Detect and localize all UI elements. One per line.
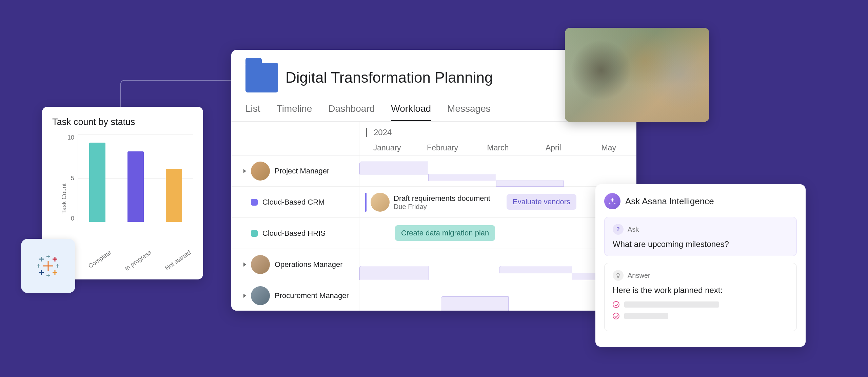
row-label: Project Manager (275, 167, 329, 175)
bar-in-progress (127, 151, 144, 222)
avatar (251, 162, 270, 181)
task-pill-evaluate[interactable]: Evaluate vendors (507, 194, 576, 210)
row-header[interactable]: Procurement Manager (231, 280, 359, 311)
row-header[interactable]: Cloud-Based HRIS (231, 218, 359, 249)
color-dot (251, 199, 258, 206)
gantt-bar[interactable] (428, 174, 496, 181)
answer-item[interactable] (613, 301, 788, 308)
team-photo (565, 28, 709, 122)
row-header[interactable]: Operations Manager (231, 249, 359, 280)
folder-icon (245, 63, 278, 92)
gantt-bar[interactable] (496, 181, 564, 187)
expand-icon[interactable] (243, 169, 246, 173)
bar-complete (89, 143, 105, 222)
answer-item[interactable] (613, 313, 788, 319)
color-dot (251, 230, 258, 237)
skeleton-line (624, 313, 668, 319)
question-icon: ? (613, 224, 624, 235)
tab-list[interactable]: List (245, 99, 260, 121)
gantt-bar[interactable] (359, 162, 428, 174)
avatar (251, 255, 270, 274)
workload-row: Project Manager (231, 155, 636, 187)
answer-items (613, 301, 788, 319)
x-label: Not started (164, 249, 192, 272)
chart-title: Task count by status (52, 117, 193, 127)
timeline-header: 2024 January February March April May (231, 122, 636, 155)
ai-panel: Ask Asana Intelligence ? Ask What are up… (595, 184, 806, 347)
avatar (251, 286, 270, 305)
y-axis-label: Task Count (61, 183, 68, 214)
task-title: Draft requirements document (394, 194, 490, 203)
tab-workload[interactable]: Workload (391, 99, 431, 121)
integration-card[interactable] (21, 239, 75, 293)
row-label: Operations Manager (275, 260, 343, 269)
sparkle-icon (604, 193, 620, 209)
expand-icon[interactable] (243, 263, 246, 267)
workload-row: Cloud-Based HRIS Create data migration p… (231, 218, 636, 249)
ai-answer-card: Answer Here is the work planned next: (604, 263, 797, 331)
task-chip-draft[interactable]: Draft requirements document Due Friday (365, 193, 490, 212)
month-label: February (415, 143, 470, 152)
y-tick: 10 (64, 134, 74, 141)
avatar (371, 193, 390, 212)
ai-title: Ask Asana Intelligence (625, 196, 714, 207)
tableau-icon (36, 254, 60, 278)
workload-row: Cloud-Based CRM Draft requirements docum… (231, 187, 636, 218)
month-label: January (359, 143, 415, 152)
x-label: Complete (87, 249, 113, 270)
project-title: Digital Transformation Planning (285, 69, 493, 86)
row-label: Procurement Manager (275, 291, 349, 300)
chart-plot-area (78, 134, 193, 222)
skeleton-line (624, 301, 719, 308)
expand-icon[interactable] (243, 294, 246, 298)
x-axis-labels: Complete In progress Not started (78, 249, 193, 256)
task-pill-migration[interactable]: Create data migration plan (395, 225, 495, 241)
ask-label: Ask (628, 226, 639, 233)
workload-row: Procurement Manager (231, 280, 636, 311)
task-due: Due Friday (394, 203, 490, 211)
row-header[interactable]: Project Manager (231, 155, 359, 186)
gantt-bar[interactable] (499, 266, 572, 273)
gantt-bar[interactable] (359, 266, 429, 280)
month-label: April (526, 143, 581, 152)
workload-row: Operations Manager (231, 249, 636, 280)
month-label: March (470, 143, 526, 152)
tab-messages[interactable]: Messages (447, 99, 491, 121)
gantt-bar[interactable] (441, 296, 509, 311)
check-icon (613, 313, 619, 319)
ask-question: What are upcoming milestones? (613, 239, 788, 249)
lightbulb-icon (613, 270, 624, 281)
row-header[interactable]: Cloud-Based CRM (231, 187, 359, 217)
ai-header: Ask Asana Intelligence (604, 193, 797, 209)
answer-label: Answer (628, 272, 650, 279)
year-label: 2024 (366, 128, 392, 137)
row-label: Cloud-Based CRM (262, 198, 324, 207)
x-label: In progress (124, 249, 153, 272)
answer-text: Here is the work planned next: (613, 286, 788, 295)
row-label: Cloud-Based HRIS (262, 229, 326, 238)
tab-timeline[interactable]: Timeline (277, 99, 312, 121)
bar-not-started (166, 169, 182, 222)
connector-line (120, 80, 234, 109)
y-tick: 0 (64, 215, 74, 222)
tab-dashboard[interactable]: Dashboard (328, 99, 375, 121)
ai-ask-card[interactable]: ? Ask What are upcoming milestones? (604, 217, 797, 256)
y-tick: 5 (64, 175, 74, 182)
month-label: May (581, 143, 636, 152)
month-labels: January February March April May (359, 143, 636, 152)
check-icon (613, 301, 619, 308)
